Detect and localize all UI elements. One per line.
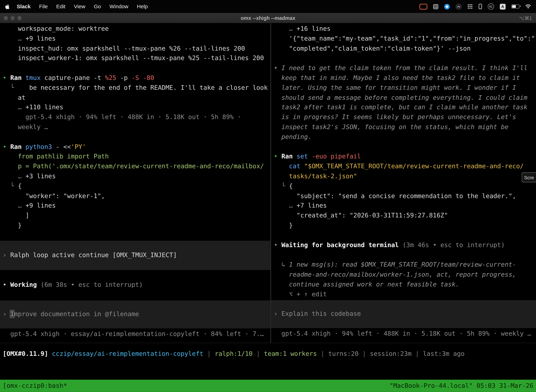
text-segment: pending. [274, 133, 312, 140]
minimize-button[interactable] [10, 16, 14, 20]
terminal: workspace_mode: worktree … +9 lines insp… [0, 23, 536, 392]
text-segment: | [412, 350, 423, 357]
text-segment: cczip/essay/ai-reimplementation-copyleft [52, 350, 203, 357]
terminal-line: should send a message before completing … [274, 93, 536, 103]
text-segment: is in progress? It seems likely but perh… [274, 113, 516, 121]
terminal-line: … +3 lines [3, 171, 270, 181]
text-segment: } [274, 222, 293, 229]
terminal-line: workspace_mode: worktree [3, 24, 270, 34]
window-titlebar[interactable]: omx --xhigh --madmax ⌥⌘1 [0, 13, 536, 23]
text-segment: later. Using the same for transition mig… [274, 84, 516, 91]
text-segment: • [3, 74, 10, 81]
text-segment: "subject": "send a concise recommendatio… [274, 192, 516, 199]
terminal-line: inspect_hud: omx sparkshell --tmux-pane … [3, 44, 270, 53]
apple-menu-icon[interactable] [5, 4, 10, 9]
terminal-line: └ { [274, 181, 536, 191]
menu-item-window[interactable]: Window [110, 3, 128, 9]
text-segment: I [10, 310, 14, 317]
text-segment: be necessary for the end of the README. … [14, 84, 268, 91]
app-grid-icon[interactable] [467, 4, 473, 9]
terminal-line: ] [3, 211, 270, 221]
text-segment: └ [3, 84, 14, 91]
close-button[interactable] [4, 16, 8, 20]
text-segment: -p [116, 74, 131, 81]
terminal-line: task2 after task1 is complete, but can I… [274, 103, 536, 112]
text-segment: { [289, 182, 293, 190]
text-segment: capture-pane -t [41, 74, 105, 81]
text-segment: inspect_worker-1: omx sparkshell --tmux-… [3, 54, 264, 62]
text-segment: task2 after task1 is complete, but can I… [274, 104, 527, 111]
text-segment: } [3, 222, 22, 229]
terminal-line: › Explain this codebase [274, 309, 536, 319]
wifi-icon[interactable] [525, 4, 531, 9]
terminal-pane-right[interactable]: … +16 lines '{"team_name":"my-team","tas… [271, 23, 536, 343]
terminal-line: gpt-5.4 xhigh · essay/ai-reimplementatio… [3, 329, 270, 339]
zoom-button[interactable] [17, 16, 21, 20]
menu-item-file[interactable]: File [39, 3, 48, 9]
menu-item-view[interactable]: View [74, 3, 85, 9]
text-segment: … [3, 35, 25, 42]
terminal-line: • I need to get the claim token from the… [274, 63, 536, 73]
text-segment: • [274, 153, 281, 160]
text-segment: › [3, 251, 10, 258]
battery-icon[interactable] [511, 5, 519, 9]
terminal-line: "worker": "worker-1", [3, 191, 270, 201]
terminal-line: … +16 lines [274, 24, 536, 34]
text-segment: team:1 workers [264, 350, 317, 357]
text-segment: %25 [105, 74, 116, 81]
terminal-pane-left[interactable]: workspace_mode: worktree … +9 lines insp… [0, 23, 270, 343]
text-segment: Ran [10, 74, 25, 81]
terminal-line: pending. [274, 132, 536, 142]
terminal-line: • Waiting for background terminal (3m 46… [274, 240, 536, 250]
spacer [3, 290, 3, 300]
terminal-line: from pathlib import Path [3, 152, 270, 162]
terminal-line: gpt-5.4 xhigh · 94% left · 488K in · 5.1… [274, 329, 536, 339]
text-segment: python3 [25, 143, 52, 150]
text-segment: • [274, 241, 281, 248]
menu-item-slack[interactable]: Slack [17, 3, 31, 9]
terminal-line: … +110 lines [3, 103, 270, 112]
menu-item-help[interactable]: Help [137, 3, 148, 9]
text-segment: +110 lines [25, 104, 63, 111]
terminal-line: readme-and-reco/mailbox/worker-1.json, a… [274, 270, 536, 280]
text-segment: at [3, 94, 25, 101]
terminal-line: "completed","claim_token":"claim-token"}… [274, 44, 536, 53]
menu-item-go[interactable]: Go [94, 3, 101, 9]
browser-app-icon[interactable] [456, 4, 461, 9]
text-segment: +9 lines [25, 202, 56, 209]
text-segment: … [3, 173, 25, 180]
text-segment: "created_at": "2026-03-31T11:59:27.816Z" [274, 212, 448, 219]
menu-item-edit[interactable]: Edit [56, 3, 65, 9]
text-segment: 'PY' [71, 143, 86, 150]
omx-status-line: [OMX#0.11.9] cczip/essay/ai-reimplementa… [0, 349, 536, 359]
terminal-line: … +9 lines [3, 201, 270, 211]
screen-share-tooltip: Scre [522, 173, 536, 182]
text-segment: … [274, 25, 297, 32]
text-segment: readme-and-reco/mailbox/worker-1.json, a… [274, 271, 516, 278]
terminal-line [3, 63, 270, 73]
text-segment: workspace_mode: worktree [3, 25, 109, 32]
terminal-line: '{"team_name":"my-team","task_id":"1","f… [274, 34, 536, 44]
text-segment: continue assigned work or next feasible … [274, 280, 459, 288]
input-source-icon[interactable]: A [500, 4, 506, 9]
text-segment: turns:20 [328, 350, 359, 357]
screen-recording-icon[interactable] [419, 4, 427, 9]
text-segment: -euo pipefail [312, 153, 361, 160]
battery-percent-indicator-icon[interactable]: 61 [488, 3, 494, 9]
prompt-suggestion-improve-docs[interactable]: › Improve documentation in @filename [0, 300, 270, 328]
window-grid-icon[interactable] [433, 4, 438, 9]
text-segment: (3m 46s • esc to interrupt) [402, 241, 505, 248]
text-segment: | [359, 350, 370, 357]
text-segment: set [297, 153, 312, 160]
chat-app-icon[interactable] [444, 4, 450, 9]
device-icon[interactable] [479, 4, 482, 9]
terminal-line [274, 142, 536, 152]
terminal-line: ⌥ + ↑ edit [274, 289, 536, 299]
text-segment: Waiting for background terminal [281, 241, 402, 248]
text-segment: I need to get the claim token from the c… [281, 64, 527, 71]
prompt-suggestion-explain-codebase[interactable]: › Explain this codebase [271, 300, 536, 328]
spacer [3, 270, 3, 280]
text-segment: [OMX#0.11.9] [3, 350, 52, 357]
ralph-loop-banner[interactable]: › Ralph loop active continue [OMX_TMUX_I… [0, 241, 270, 270]
text-segment: › Explain this codebase [274, 310, 361, 317]
